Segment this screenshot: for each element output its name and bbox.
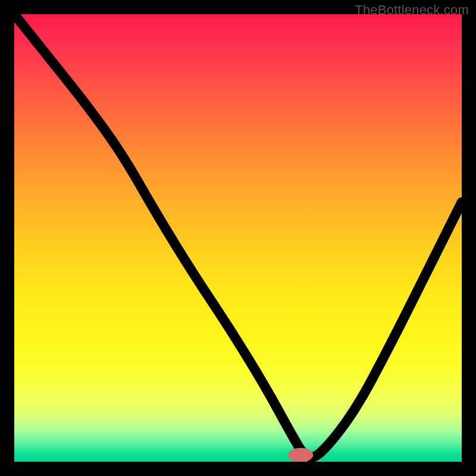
chart-frame: TheBottleneck.com xyxy=(0,0,476,476)
optimal-point-marker xyxy=(288,448,313,462)
bottleneck-curve xyxy=(14,14,462,457)
plot-area xyxy=(14,14,462,462)
chart-svg xyxy=(14,14,462,462)
